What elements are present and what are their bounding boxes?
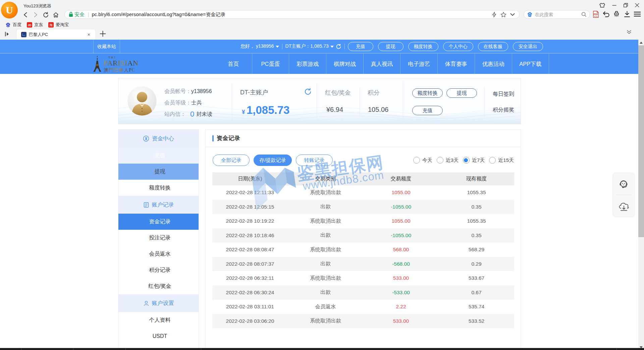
new-tab-button[interactable] bbox=[100, 31, 106, 38]
sidebar-item-label: 积分记录 bbox=[149, 267, 171, 274]
table-row[interactable]: 2022-02-28 08:08:47 系统取消出款 568.00 568.29 bbox=[212, 243, 514, 257]
record-tab[interactable]: 存/提款记录 bbox=[254, 155, 292, 166]
tab-close-button[interactable]: × bbox=[87, 32, 90, 37]
nav-menu-item[interactable]: 真人视讯 bbox=[364, 53, 401, 74]
site-logo[interactable]: THE PARISIAN 澳門巴黎人PC bbox=[93, 54, 153, 74]
bookmark-icon: JD bbox=[27, 22, 32, 28]
logo-chinese: 澳門巴黎人PC bbox=[104, 68, 138, 73]
chevron-down-icon[interactable] bbox=[510, 13, 515, 16]
table-row[interactable]: 2022-02-28 06:32:11 系统取消出款 533.00 533.67 bbox=[212, 271, 514, 286]
table-row[interactable]: 2022-02-28 06:30:24 出款 -533.00 0.67 bbox=[212, 286, 514, 300]
topbar-button[interactable]: 充值 bbox=[348, 42, 373, 51]
table-row[interactable]: 2022-02-28 03:06:20 系统取消出款 533.00 533.52 bbox=[212, 314, 514, 329]
wallet-refresh-button[interactable] bbox=[304, 88, 312, 97]
date-filter-radio[interactable]: 今天 bbox=[413, 157, 432, 164]
sidebar-item[interactable]: 额度转换 bbox=[118, 180, 199, 196]
bookmark-item[interactable]: 百度 bbox=[5, 22, 21, 28]
scrollbar-thumb[interactable] bbox=[638, 45, 644, 237]
sidebar-toggle-button[interactable] bbox=[5, 32, 9, 38]
sidebar-item[interactable]: 资金记录 bbox=[118, 214, 199, 230]
cell-date: 2022-02-28 10:19:22 bbox=[212, 214, 288, 228]
greeting-user[interactable]: 您好， y138956 bbox=[240, 43, 274, 49]
date-filter-radio[interactable]: 近3天 bbox=[437, 157, 459, 164]
minimize-button[interactable] bbox=[610, 2, 618, 8]
nav-menu-item[interactable]: 电子游艺 bbox=[400, 53, 438, 74]
nav-menu-item[interactable]: 彩票游戏 bbox=[289, 53, 326, 74]
sidebar-item[interactable]: 会员返水 bbox=[118, 246, 199, 262]
star-icon[interactable] bbox=[500, 12, 506, 17]
browser-tab[interactable]: 巴黎人PC × bbox=[16, 29, 96, 40]
table-row[interactable]: 2022-02-28 03:11:01 会员返水 2.22 535.74 bbox=[212, 300, 514, 314]
date-filter-radio[interactable]: 近15天 bbox=[489, 157, 514, 164]
sidebar-item[interactable]: 充值 bbox=[118, 147, 199, 164]
customer-service-button[interactable] bbox=[613, 179, 634, 190]
svg-text:淘: 淘 bbox=[49, 23, 53, 27]
topbar-button[interactable]: 额度转换 bbox=[408, 42, 438, 51]
record-tab[interactable]: 转账记录 bbox=[296, 155, 333, 166]
points-lottery-link[interactable]: 积分摇奖 bbox=[493, 106, 514, 114]
date-filter-radio[interactable]: 近7天 bbox=[463, 157, 485, 164]
app-download-button[interactable] bbox=[613, 201, 634, 211]
record-tab[interactable]: 全部记录 bbox=[213, 155, 250, 166]
undo-button[interactable] bbox=[602, 10, 610, 18]
nav-menu-item[interactable]: 优惠活动 bbox=[475, 53, 512, 74]
search-input[interactable] bbox=[535, 12, 581, 17]
sidebar-item[interactable]: 账户设置 bbox=[118, 294, 199, 312]
topbar-button[interactable]: 在线客服 bbox=[478, 42, 508, 51]
home-button[interactable] bbox=[52, 11, 59, 18]
favorite-site-link[interactable]: 收藏本站 bbox=[93, 40, 120, 53]
topbar-button[interactable]: 安全退出 bbox=[513, 42, 543, 51]
bookmark-item[interactable]: 淘 爱淘宝 bbox=[48, 22, 69, 28]
svg-text:PDF: PDF bbox=[594, 13, 598, 15]
url-text[interactable]: pc.blryl6.com/#/personal/accountLog?tag=… bbox=[92, 11, 492, 18]
table-row[interactable]: 2022-02-28 12:11:33 系统取消出款 1055.00 1055.… bbox=[212, 185, 514, 200]
search-icon[interactable] bbox=[581, 12, 587, 17]
daily-signin-link[interactable]: 每日签到 bbox=[493, 91, 514, 98]
flash-icon[interactable] bbox=[492, 12, 497, 17]
close-icon bbox=[635, 3, 639, 7]
card-deposit-button[interactable]: 充值 bbox=[412, 106, 443, 115]
menu-button[interactable] bbox=[634, 10, 641, 18]
browser-logo[interactable]: U bbox=[1, 2, 18, 18]
mail-count[interactable]: 0 bbox=[190, 110, 194, 119]
table-row[interactable]: 2022-02-28 10:18:46 出款 -1055.00 0.35 bbox=[212, 228, 514, 243]
card-withdraw-button[interactable]: 提现 bbox=[446, 88, 477, 98]
nav-menu-item[interactable]: PC蛋蛋 bbox=[252, 53, 289, 74]
nav-menu-item[interactable]: 体育赛事 bbox=[438, 53, 475, 74]
table-row[interactable]: 2022-02-28 12:05:15 出款 -1055.00 0.35 bbox=[212, 200, 514, 214]
sidebar-item[interactable]: 积分记录 bbox=[118, 262, 199, 278]
search-box[interactable]: du bbox=[524, 10, 590, 19]
forward-button[interactable] bbox=[32, 11, 39, 18]
nav-menu-item[interactable]: APP下载 bbox=[512, 53, 549, 74]
theme-skin-button[interactable] bbox=[598, 2, 606, 8]
vertical-scrollbar[interactable] bbox=[638, 40, 644, 350]
sidebar-item[interactable]: ¥ 资金中心 bbox=[118, 130, 199, 147]
topbar-button[interactable]: 提现 bbox=[378, 42, 404, 51]
table-row[interactable]: 2022-02-28 08:07:37 出款 -568.00 0.29 bbox=[212, 257, 514, 271]
nav-menu-item[interactable]: 首页 bbox=[215, 53, 252, 74]
close-window-button[interactable] bbox=[633, 2, 641, 8]
sidebar-item[interactable]: 投注记录 bbox=[118, 230, 199, 246]
sidebar-item[interactable]: 提现 bbox=[118, 164, 199, 180]
reload-button[interactable] bbox=[42, 11, 49, 18]
card-transfer-button[interactable]: 额度转换 bbox=[412, 88, 443, 98]
pdf-tool-button[interactable]: PDF bbox=[592, 10, 599, 18]
sidebar-item[interactable]: 个人资料 bbox=[118, 312, 199, 328]
topbar-button[interactable]: 个人中心 bbox=[443, 42, 473, 51]
balance-refresh-button[interactable] bbox=[336, 44, 341, 49]
restore-button[interactable] bbox=[622, 2, 629, 8]
download-manager-button[interactable] bbox=[623, 10, 631, 18]
scroll-up-button[interactable] bbox=[638, 40, 644, 45]
bookmark-item[interactable]: JD 京东 bbox=[27, 22, 43, 28]
avatar[interactable] bbox=[127, 86, 157, 116]
address-bar[interactable]: 安全 | pc.blryl6.com/#/personal/accountLog… bbox=[64, 10, 520, 19]
cleaner-button[interactable] bbox=[613, 10, 620, 18]
sidebar-item[interactable]: USDT bbox=[118, 328, 199, 344]
table-row[interactable]: 2022-02-28 10:19:22 系统取消出款 1055.00 1055.… bbox=[212, 214, 514, 228]
nav-menu-item[interactable]: 棋牌对战 bbox=[326, 53, 364, 74]
main-account-balance[interactable]: DT主账户：1,085.73 bbox=[285, 43, 329, 49]
sidebar-item[interactable]: 账户记录 bbox=[118, 196, 199, 214]
back-button[interactable] bbox=[22, 11, 29, 18]
cell-amount: 1055.00 bbox=[363, 214, 439, 228]
sidebar-item[interactable]: 红包/奖金 bbox=[118, 278, 199, 294]
